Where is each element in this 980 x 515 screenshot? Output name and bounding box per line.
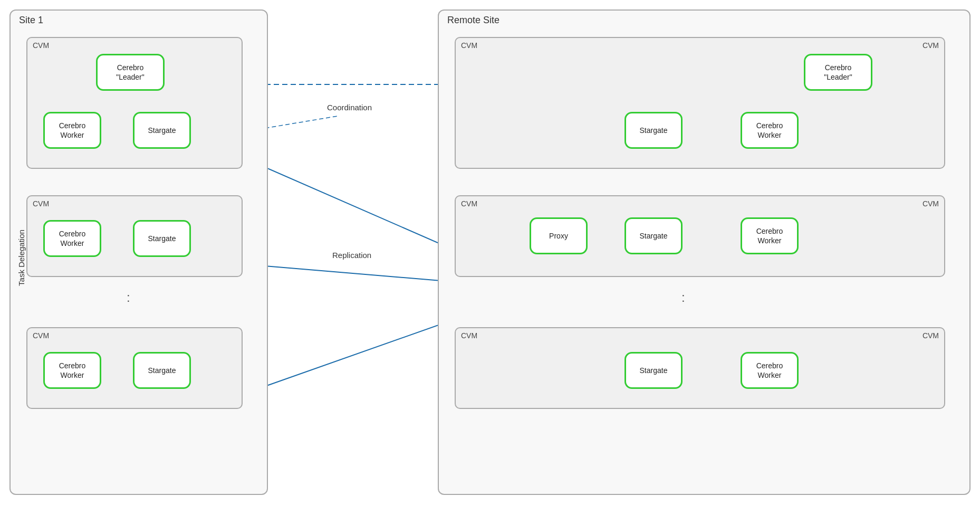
- site1-cvm3-label: CVM: [33, 331, 49, 340]
- coordination-label: Coordination: [327, 103, 372, 112]
- site1-cvm3-cerebro-worker: CerebroWorker: [43, 352, 101, 389]
- site1-box: Site 1 CVM Cerebro"Leader" CerebroWorker…: [9, 9, 268, 495]
- remote-cvm2-proxy: Proxy: [530, 217, 588, 254]
- remote-cvm3-stargate: Stargate: [624, 352, 683, 389]
- site1-cvm1-box: CVM Cerebro"Leader" CerebroWorker Starga…: [26, 37, 243, 169]
- remote-cvm3-cerebro-worker: CerebroWorker: [741, 352, 799, 389]
- remote-cvm1-box: CVM CVM Cerebro"Leader" Stargate Cerebro…: [455, 37, 945, 169]
- remote-site-box: Remote Site CVM CVM Cerebro"Leader" Star…: [438, 9, 971, 495]
- remote-cvm3-right-label: CVM: [923, 331, 939, 340]
- remote-cvm2-cerebro-worker: CerebroWorker: [741, 217, 799, 254]
- remote-cvm3-left-label: CVM: [461, 331, 477, 340]
- site1-cvm3-box: CVM CerebroWorker Stargate: [26, 327, 243, 409]
- site1-cvm2-cerebro-worker: CerebroWorker: [43, 220, 101, 257]
- site1-cvm1-label: CVM: [33, 41, 49, 50]
- replication-label: Replication: [332, 251, 371, 260]
- site1-cvm1-stargate: Stargate: [133, 112, 191, 149]
- remote-cvm2-right-label: CVM: [923, 199, 939, 208]
- site1-cvm2-stargate: Stargate: [133, 220, 191, 257]
- site1-cvm2-box: CVM CerebroWorker Stargate: [26, 195, 243, 277]
- site1-cvm3-stargate: Stargate: [133, 352, 191, 389]
- site1-cvm1-cerebro-worker: CerebroWorker: [43, 112, 101, 149]
- task-delegation-label: Task Delegation: [17, 205, 26, 311]
- remote-cvm2-stargate: Stargate: [624, 217, 683, 254]
- remote-cvm3-box: CVM CVM Stargate CerebroWorker: [455, 327, 945, 409]
- remote-cvm1-cerebro-worker: CerebroWorker: [741, 112, 799, 149]
- diagram-container: Site 1 CVM Cerebro"Leader" CerebroWorker…: [0, 0, 980, 515]
- remote-cvm2-left-label: CVM: [461, 199, 477, 208]
- site1-cvm1-cerebro-leader: Cerebro"Leader": [96, 54, 165, 91]
- remote-cvm1-left-label: CVM: [461, 41, 477, 50]
- site1-label: Site 1: [19, 15, 43, 26]
- remote-site-label: Remote Site: [447, 15, 499, 26]
- remote-cvm1-stargate: Stargate: [624, 112, 683, 149]
- remote-site-dots: :: [681, 290, 685, 305]
- site1-cvm2-label: CVM: [33, 199, 49, 208]
- remote-cvm1-cerebro-leader: Cerebro"Leader": [804, 54, 872, 91]
- remote-cvm2-box: CVM CVM Proxy Stargate CerebroWorker: [455, 195, 945, 277]
- site1-dots: :: [127, 290, 130, 305]
- remote-cvm1-right-label: CVM: [923, 41, 939, 50]
